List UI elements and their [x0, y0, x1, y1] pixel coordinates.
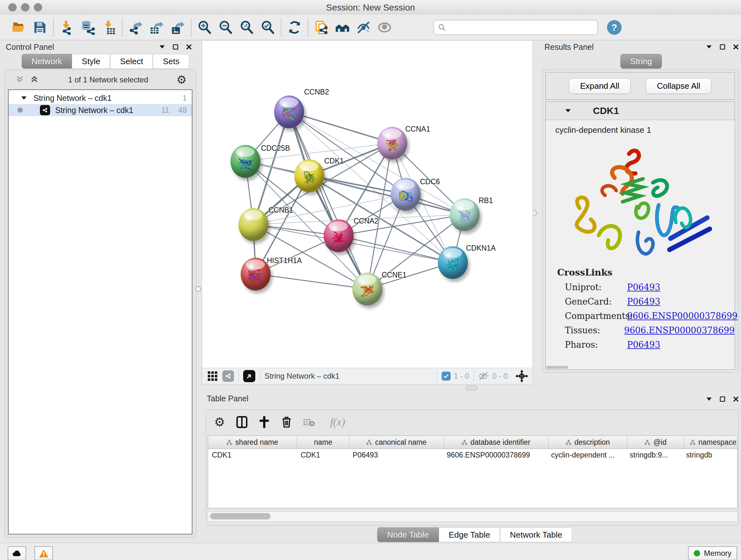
tab-string[interactable]: String: [620, 54, 662, 69]
crosslink-value-link[interactable]: P06493: [627, 297, 660, 307]
section-collapse-icon[interactable]: [565, 108, 572, 114]
bottom-splitter-handle[interactable]: [466, 386, 478, 390]
fit-selected-crosshair-icon[interactable]: [515, 370, 528, 382]
table-row[interactable]: CDK1CDK1P064939606.ENSP00000378699cyclin…: [208, 449, 737, 461]
network-edge[interactable]: [256, 274, 367, 289]
protein-node-ccne1[interactable]: [352, 273, 382, 306]
network-collection-row[interactable]: String Network – cdk1 1: [9, 92, 192, 104]
table-cell[interactable]: 9606.ENSP00000378699: [443, 451, 547, 459]
export-table-button[interactable]: [146, 17, 167, 38]
show-eye-button[interactable]: [374, 17, 395, 38]
column-header-database-identifier[interactable]: database identifier: [444, 436, 549, 449]
export-network-button[interactable]: [125, 17, 146, 38]
protein-node-cdk1[interactable]: [294, 159, 324, 192]
import-table-button[interactable]: [98, 17, 119, 38]
panel-maximize-icon[interactable]: [719, 396, 726, 402]
save-session-button[interactable]: [29, 17, 51, 38]
memory-button[interactable]: Memory: [688, 546, 737, 560]
panel-float-icon[interactable]: [159, 44, 165, 50]
grid-view-icon[interactable]: [207, 371, 218, 381]
crosslink-value-link[interactable]: 9606.ENSP00000378699: [624, 325, 735, 335]
table-cell[interactable]: cyclin-dependent ...: [547, 451, 626, 459]
tab-network-table[interactable]: Network Table: [500, 527, 572, 542]
results-hscroll-thumb[interactable]: [546, 366, 568, 369]
search-box[interactable]: [433, 20, 598, 35]
create-column-icon[interactable]: [257, 415, 271, 429]
panel-close-icon[interactable]: [733, 44, 739, 50]
export-image-button[interactable]: [167, 17, 188, 38]
column-header-name[interactable]: name: [297, 436, 349, 449]
protein-node-hist1h1a[interactable]: [241, 258, 271, 291]
protein-node-ccnb2[interactable]: [274, 96, 304, 128]
column-header-description[interactable]: description: [549, 436, 627, 449]
collapse-all-button[interactable]: Collapse All: [646, 78, 712, 94]
open-session-button[interactable]: [8, 17, 29, 38]
table-cell[interactable]: stringdb: [682, 451, 740, 459]
tab-sets[interactable]: Sets: [153, 54, 189, 69]
tab-node-table[interactable]: Node Table: [377, 527, 439, 542]
table-cell[interactable]: stringdb:9...: [626, 451, 682, 459]
panel-close-icon[interactable]: [733, 396, 739, 402]
search-input[interactable]: [446, 23, 585, 32]
left-splitter-handle[interactable]: [195, 286, 201, 292]
protein-node-ccna1[interactable]: [377, 127, 407, 160]
network-edge[interactable]: [289, 112, 392, 143]
tab-style[interactable]: Style: [72, 54, 110, 69]
import-network-database-button[interactable]: [77, 17, 98, 38]
refresh-button[interactable]: [284, 17, 305, 38]
help-button[interactable]: ?: [607, 20, 622, 35]
zoom-out-button[interactable]: [215, 17, 236, 38]
gene-section-header[interactable]: CDK1: [546, 102, 735, 120]
protein-node-ccnb1[interactable]: [239, 208, 268, 241]
warnings-button[interactable]: [35, 546, 53, 560]
column-header-namespace[interactable]: namespace: [684, 436, 741, 449]
table-cell[interactable]: CDK1: [297, 451, 349, 459]
collapse-all-networks-icon[interactable]: [16, 76, 25, 84]
column-header-canonical-name[interactable]: canonical name: [349, 436, 444, 449]
expand-all-networks-icon[interactable]: [30, 76, 40, 84]
show-columns-icon[interactable]: [235, 415, 249, 429]
protein-node-cdkn1a[interactable]: [438, 246, 468, 279]
crosslink-value-link[interactable]: 9606.ENSP00000378699: [627, 311, 738, 321]
tab-select[interactable]: Select: [110, 54, 153, 69]
clipboard-network-button[interactable]: [311, 17, 332, 38]
expand-all-button[interactable]: Expand All: [569, 78, 630, 94]
table-hscroll-thumb[interactable]: [210, 513, 271, 519]
import-network-button[interactable]: [56, 17, 77, 38]
table-hscrollbar[interactable]: [208, 511, 738, 522]
network-edge[interactable]: [339, 236, 453, 262]
panel-maximize-icon[interactable]: [172, 44, 179, 50]
protein-node-cdc6[interactable]: [391, 178, 421, 211]
delete-table-icon[interactable]: [302, 415, 316, 429]
network-row-selected[interactable]: String Network – cdk1 11 48: [9, 104, 192, 116]
crosslink-value-link[interactable]: P06493: [627, 282, 660, 292]
home-network-button[interactable]: [332, 17, 353, 38]
table-cell[interactable]: P06493: [349, 451, 443, 459]
zoom-selected-button[interactable]: [257, 17, 278, 38]
panel-close-icon[interactable]: [186, 44, 192, 50]
panel-float-icon[interactable]: [706, 44, 712, 50]
protein-node-rb1[interactable]: [450, 198, 480, 231]
table-options-gear-icon[interactable]: ⚙: [212, 415, 226, 429]
function-builder-icon[interactable]: f(x): [324, 415, 351, 429]
hide-panels-button[interactable]: [353, 17, 374, 38]
network-canvas[interactable]: CCNB2 CCNA1 CDC25B CDK1 CDC6 RB1 CCNB1 C…: [202, 41, 533, 368]
column-header-shared-name[interactable]: shared name: [208, 436, 297, 449]
crosslink-value-link[interactable]: P06493: [627, 340, 660, 350]
panel-maximize-icon[interactable]: [719, 44, 726, 50]
protein-node-ccna2[interactable]: [324, 219, 354, 252]
network-options-gear-icon[interactable]: ⚙: [177, 74, 187, 85]
column-header-id[interactable]: @id: [627, 436, 684, 449]
tab-network[interactable]: Network: [22, 54, 72, 69]
network-view-icon[interactable]: [222, 370, 234, 382]
delete-column-trash-icon[interactable]: [280, 415, 293, 429]
protein-node-cdc25b[interactable]: [230, 145, 260, 178]
tab-edge-table[interactable]: Edge Table: [439, 527, 500, 542]
cloud-status-button[interactable]: [8, 546, 26, 560]
zoom-fit-button[interactable]: [236, 17, 257, 38]
tree-expander-icon[interactable]: [21, 95, 28, 101]
panel-float-icon[interactable]: [706, 396, 712, 401]
birdseye-view-icon[interactable]: [243, 370, 255, 382]
zoom-in-button[interactable]: [194, 17, 215, 38]
table-cell[interactable]: CDK1: [208, 451, 297, 459]
